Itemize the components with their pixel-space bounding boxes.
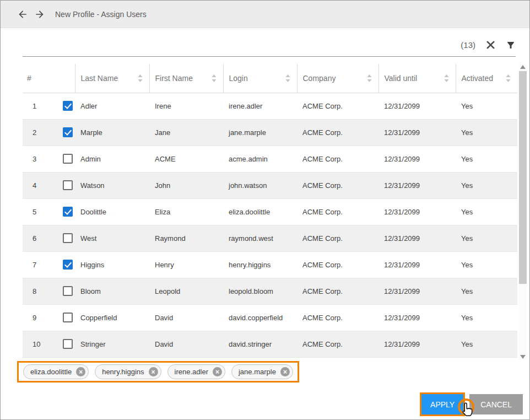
column-header-activated[interactable]: Activated bbox=[456, 64, 517, 93]
scrollbar-thumb[interactable] bbox=[519, 71, 527, 284]
table-row[interactable]: 2MarpleJanejane.marpleACME Corp.12/31/20… bbox=[23, 119, 517, 146]
table-row[interactable]: 4WatsonJohnjohn.watsonACME Corp.12/31/20… bbox=[23, 172, 517, 198]
sort-carets-icon[interactable] bbox=[444, 74, 449, 82]
cell-valid-until: 12/31/2099 bbox=[378, 278, 456, 304]
cell-valid-until: 12/31/2099 bbox=[378, 304, 456, 331]
row-number-cell: 5 bbox=[23, 198, 75, 225]
column-label: # bbox=[27, 74, 31, 83]
vertical-scrollbar[interactable] bbox=[519, 64, 527, 360]
row-number: 10 bbox=[33, 340, 63, 348]
cell-last-name: Marple bbox=[75, 119, 149, 146]
cell-first-name: ACME bbox=[149, 146, 223, 172]
chip-remove-icon[interactable]: × bbox=[280, 367, 290, 376]
cell-valid-until: 12/31/2099 bbox=[378, 146, 456, 172]
user-chip: eliza.doolittle× bbox=[23, 364, 89, 379]
apply-button[interactable]: APPLY bbox=[420, 392, 465, 416]
sort-carets-icon[interactable] bbox=[285, 74, 290, 82]
row-number-cell: 7 bbox=[23, 251, 75, 278]
row-checkbox[interactable] bbox=[63, 127, 73, 137]
forward-arrow-icon[interactable] bbox=[34, 9, 45, 20]
sort-carets-icon[interactable] bbox=[506, 74, 511, 82]
users-table: #Last NameFirst NameLoginCompanyValid un… bbox=[23, 64, 516, 358]
cell-login: raymond.west bbox=[223, 225, 297, 251]
column-label: Activated bbox=[462, 74, 494, 83]
chip-remove-icon[interactable]: × bbox=[213, 367, 222, 376]
row-checkbox[interactable] bbox=[63, 313, 73, 322]
chip-remove-icon[interactable]: × bbox=[149, 367, 158, 376]
sort-carets-icon[interactable] bbox=[138, 74, 143, 82]
cell-valid-until: 12/31/2099 bbox=[378, 225, 456, 251]
result-count: (13) bbox=[461, 40, 475, 50]
column-header-company[interactable]: Company bbox=[297, 64, 378, 93]
cell-login: david.copperfield bbox=[223, 304, 297, 331]
row-number: 9 bbox=[33, 314, 63, 322]
table-row[interactable]: 1AdlerIreneirene.adlerACME Corp.12/31/20… bbox=[23, 93, 517, 119]
titlebar: New Profile - Assign Users bbox=[1, 1, 529, 28]
cell-activated: Yes bbox=[456, 251, 517, 278]
action-buttons: APPLY CANCEL bbox=[420, 392, 523, 416]
cell-last-name: West bbox=[75, 225, 149, 251]
chip-remove-icon[interactable]: × bbox=[76, 367, 85, 376]
cell-activated: Yes bbox=[456, 331, 517, 357]
chip-label: irene.adler bbox=[175, 368, 208, 376]
cell-last-name: Doolittle bbox=[75, 198, 149, 225]
row-number: 8 bbox=[33, 287, 63, 295]
cell-login: john.watson bbox=[223, 172, 297, 198]
row-number: 7 bbox=[33, 261, 63, 269]
cell-company: ACME Corp. bbox=[297, 304, 378, 331]
cell-login: jane.marple bbox=[223, 119, 297, 146]
cell-first-name: John bbox=[149, 172, 223, 198]
row-checkbox[interactable] bbox=[63, 260, 73, 270]
table-row[interactable]: 3AdminACMEacme.adminACME Corp.12/31/2099… bbox=[23, 146, 517, 172]
row-checkbox[interactable] bbox=[63, 233, 73, 243]
table-row[interactable]: 10StringerDaviddavid.stringerACME Corp.1… bbox=[23, 331, 517, 357]
column-header-first-name[interactable]: First Name bbox=[149, 64, 223, 93]
cell-first-name: David bbox=[149, 304, 223, 331]
cell-company: ACME Corp. bbox=[297, 225, 378, 251]
cell-login: david.stringer bbox=[223, 331, 297, 357]
column-header-valid-until[interactable]: Valid until bbox=[378, 64, 456, 93]
row-checkbox[interactable] bbox=[63, 286, 73, 296]
clear-filter-icon[interactable] bbox=[486, 41, 495, 49]
row-number-cell: 4 bbox=[23, 172, 75, 198]
cell-last-name: Admin bbox=[75, 146, 149, 172]
table-row[interactable]: 8BloomLeopoldleopold.bloomACME Corp.12/3… bbox=[23, 278, 517, 304]
column-header-last-name[interactable]: Last Name bbox=[75, 64, 149, 93]
user-chip: irene.adler× bbox=[167, 364, 225, 379]
scroll-up-arrow-icon[interactable] bbox=[520, 65, 526, 69]
scroll-down-arrow-icon[interactable] bbox=[520, 355, 526, 359]
column-header-login[interactable]: Login bbox=[223, 64, 297, 93]
sort-carets-icon[interactable] bbox=[367, 74, 372, 82]
row-number-cell: 6 bbox=[23, 225, 75, 251]
cell-last-name: Bloom bbox=[75, 278, 149, 304]
cell-company: ACME Corp. bbox=[297, 198, 378, 225]
back-arrow-icon[interactable] bbox=[17, 9, 28, 20]
table-row[interactable]: 7HigginsHenryhenry.higginsACME Corp.12/3… bbox=[23, 251, 517, 278]
table-row[interactable]: 5DoolittleElizaeliza.doolittleACME Corp.… bbox=[23, 198, 517, 225]
sort-carets-icon[interactable] bbox=[212, 74, 217, 82]
row-number-cell: 3 bbox=[23, 146, 75, 172]
cell-login: eliza.doolittle bbox=[223, 198, 297, 225]
row-checkbox[interactable] bbox=[63, 154, 73, 164]
column-label: Login bbox=[229, 74, 248, 83]
cell-activated: Yes bbox=[456, 119, 517, 146]
cell-activated: Yes bbox=[456, 146, 517, 172]
row-number: 2 bbox=[33, 128, 63, 137]
cell-activated: Yes bbox=[456, 304, 517, 331]
cell-login: leopold.bloom bbox=[223, 278, 297, 304]
row-number-cell: 9 bbox=[23, 304, 75, 331]
chip-label: eliza.doolittle bbox=[30, 368, 72, 376]
row-number: 6 bbox=[33, 234, 63, 243]
table-row[interactable]: 6WestRaymondraymond.westACME Corp.12/31/… bbox=[23, 225, 517, 251]
cell-first-name: Raymond bbox=[149, 225, 223, 251]
cancel-button[interactable]: CANCEL bbox=[469, 394, 523, 414]
row-checkbox[interactable] bbox=[63, 101, 73, 111]
cell-company: ACME Corp. bbox=[297, 119, 378, 146]
filter-input[interactable] bbox=[23, 37, 450, 53]
row-number-cell: 2 bbox=[23, 119, 75, 146]
filter-icon[interactable] bbox=[506, 40, 516, 50]
row-checkbox[interactable] bbox=[63, 180, 73, 190]
row-checkbox[interactable] bbox=[63, 207, 73, 217]
row-checkbox[interactable] bbox=[63, 339, 73, 349]
table-row[interactable]: 9CopperfieldDaviddavid.copperfieldACME C… bbox=[23, 304, 517, 331]
